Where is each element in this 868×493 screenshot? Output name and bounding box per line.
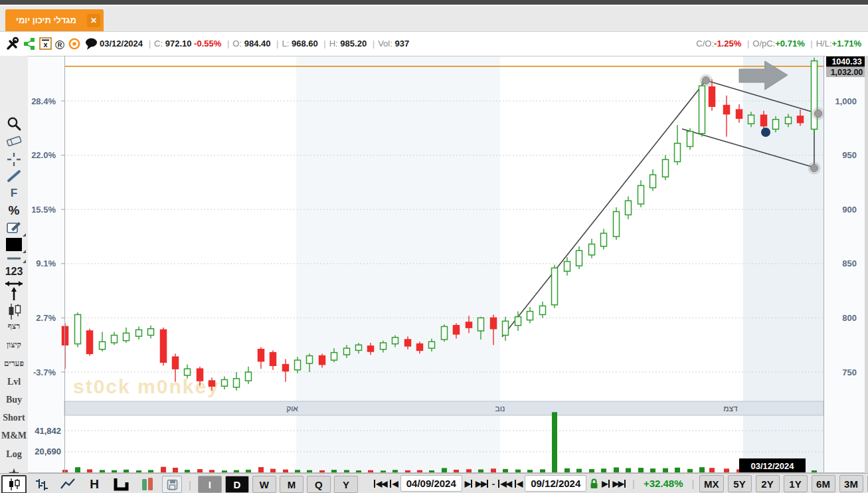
interval-intraday-button[interactable]: I — [198, 476, 222, 493]
chart-type-candles-button[interactable] — [1, 475, 27, 493]
chart-type-hl-button[interactable]: H — [83, 476, 106, 492]
svg-text:800: 800 — [842, 313, 857, 323]
svg-text:28.4%: 28.4% — [31, 96, 56, 106]
target-icon[interactable] — [68, 37, 81, 53]
start-first-button[interactable]: ◀◀ — [373, 479, 387, 488]
ohlc-readout: 03/12/2024 |C: 972.10 -0.55% |O: 984.40 … — [100, 39, 409, 49]
chat-icon[interactable] — [84, 37, 98, 53]
svg-text:-3.7%: -3.7% — [33, 367, 56, 377]
svg-text:750: 750 — [842, 367, 857, 377]
chart-type-bars-button[interactable] — [30, 476, 52, 492]
marker-dot — [761, 128, 770, 137]
tab-title: מגדלי תיכון יומי — [5, 15, 87, 25]
interval-quarterly-button[interactable]: Q — [307, 476, 331, 493]
end-last-button[interactable]: ▶▶ — [613, 479, 626, 488]
month-label: נוב — [495, 404, 505, 413]
range-2y-button[interactable]: 2Y — [756, 475, 780, 492]
svg-text:x: x — [43, 41, 48, 49]
interval-weekly-button[interactable]: W — [252, 476, 276, 493]
svg-text:950: 950 — [842, 150, 857, 160]
interval-daily-button[interactable]: D — [225, 476, 249, 493]
range-1y-button[interactable]: 1Y — [784, 475, 808, 492]
registered-icon[interactable]: ® — [55, 39, 64, 52]
month-label: אוק — [286, 404, 298, 413]
from-date-field[interactable]: 04/09/2024 — [400, 475, 462, 492]
svg-text:20,690: 20,690 — [35, 446, 61, 456]
range-5y-button[interactable]: 5Y — [728, 475, 752, 492]
chart-type-histogram-button[interactable] — [136, 476, 159, 492]
svg-text:1,032.00: 1,032.00 — [831, 68, 863, 77]
tab-bar: מגדלי תיכון יומי ✕ — [0, 6, 868, 32]
tools-icon[interactable] — [5, 37, 19, 53]
start-last-button[interactable]: ▶▶ — [476, 479, 489, 488]
range-6m-button[interactable]: 6M — [812, 475, 835, 492]
stock-chart-app: { "tab": {"title": "מגדלי תיכון יומי", "… — [0, 0, 868, 493]
month-strip — [64, 401, 824, 415]
svg-text:850: 850 — [842, 258, 857, 268]
interval-yearly-button[interactable]: Y — [334, 476, 358, 493]
to-date-field[interactable]: 09/12/2024 — [525, 475, 586, 492]
svg-text:1,000: 1,000 — [835, 96, 857, 106]
range-3m-button[interactable]: 3M — [839, 475, 863, 492]
save-icon[interactable] — [162, 476, 182, 493]
svg-text:900: 900 — [842, 205, 857, 215]
chart-type-line-button[interactable] — [56, 476, 80, 492]
month-label: דצמ — [723, 404, 738, 413]
end-back-button[interactable]: ◀ — [514, 479, 522, 488]
change-readout: C/O:-1.25% |O/pC:+0.71% |H/L:+1.71% — [696, 39, 861, 49]
bottom-toolbar: H | I D W M Q Y ◀◀ ◀ 04/09/2024 ▶ ▶▶ - ◀… — [0, 473, 868, 493]
chart-canvas[interactable]: 28.4%1,00022.0%95015.5%9009.1%8502.7%800… — [0, 56, 868, 473]
svg-text:1040.33: 1040.33 — [831, 57, 861, 66]
start-back-button[interactable]: ◀ — [389, 479, 397, 488]
info-bar: x ® 03/12/2024 |C: 972.10 -0.55% |O: 984… — [0, 32, 868, 56]
svg-text:9.1%: 9.1% — [36, 258, 56, 268]
close-icon[interactable]: ✕ — [87, 14, 100, 27]
svg-text:03/12/2024: 03/12/2024 — [750, 461, 794, 471]
interval-monthly-button[interactable]: M — [280, 476, 304, 493]
chart-type-step-button[interactable] — [109, 476, 133, 492]
range-dash: - — [491, 478, 495, 489]
lock-icon[interactable] — [589, 478, 599, 489]
range-max-button[interactable]: MX — [699, 475, 724, 492]
svg-text:22.0%: 22.0% — [31, 150, 56, 160]
chart-tab[interactable]: מגדלי תיכון יומי ✕ — [5, 9, 104, 31]
range-change-percent: +32.48% — [641, 478, 686, 489]
window-top-strip — [0, 0, 868, 5]
svg-text:2.7%: 2.7% — [36, 313, 56, 323]
svg-text:15.5%: 15.5% — [31, 205, 56, 215]
end-forward-button[interactable]: ▶ — [602, 479, 610, 488]
excel-export-icon[interactable]: x — [39, 37, 52, 52]
end-first-button[interactable]: ◀◀ — [497, 479, 511, 488]
share-icon[interactable] — [23, 37, 36, 53]
start-forward-button[interactable]: ▶ — [465, 479, 473, 488]
svg-text:41,842: 41,842 — [35, 426, 61, 436]
